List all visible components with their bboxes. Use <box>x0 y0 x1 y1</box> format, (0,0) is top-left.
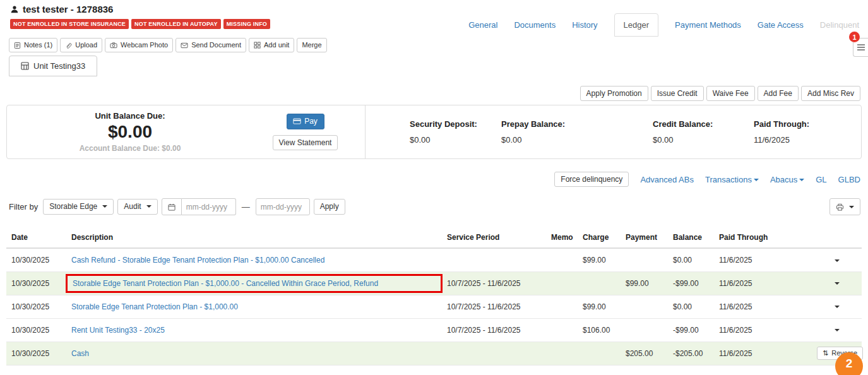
force-delinquency-button[interactable]: Force delinquency <box>554 172 629 187</box>
row-actions-dropdown[interactable] <box>829 276 845 290</box>
cell-service-period: 10/7/2025 - 11/6/2025 <box>442 271 546 295</box>
send-document-button-label: Send Document <box>191 41 241 49</box>
add-fee-button[interactable]: Add Fee <box>758 86 799 101</box>
annotation-marker-2: 2 <box>835 352 863 375</box>
row-actions-dropdown[interactable] <box>829 299 845 314</box>
cell-date: 10/30/2025 <box>6 318 66 342</box>
table-row: 10/30/2025 Storable Edge Tenant Protecti… <box>6 271 862 295</box>
tab-unit-testing33[interactable]: Unit Testing33 <box>9 56 97 76</box>
transaction-link[interactable]: Cash <box>71 349 89 358</box>
person-icon <box>10 5 19 14</box>
cell-memo <box>546 295 578 318</box>
cell-charge: $99.00 <box>578 295 621 318</box>
filter-row: Filter by Storable Edge Audit — Apply <box>9 198 860 215</box>
add-misc-rev-button[interactable]: Add Misc Rev <box>801 86 860 101</box>
unit-balance-label: Unit Balance Due: <box>7 111 253 121</box>
ledger-table: Date Description Service Period Memo Cha… <box>6 227 862 366</box>
tab-delinquent[interactable]: Delinquent <box>820 20 859 30</box>
tab-ledger[interactable]: Ledger <box>614 13 658 37</box>
abacus-dropdown[interactable]: Abacus <box>770 175 804 184</box>
transactions-dropdown[interactable]: Transactions <box>705 175 759 184</box>
cell-balance: -$205.00 <box>668 342 714 365</box>
transaction-link[interactable]: Storable Edge Tenant Protection Plan - $… <box>71 302 238 311</box>
upload-button-label: Upload <box>75 41 97 49</box>
date-from-input[interactable] <box>182 198 236 215</box>
add-unit-button[interactable]: Add unit <box>249 38 294 52</box>
security-deposit-stat: Security Deposit: $0.00 <box>410 119 501 145</box>
transaction-link[interactable]: Cash Refund - Storable Edge Tenant Prote… <box>71 256 324 265</box>
tab-gate-access[interactable]: Gate Access <box>758 20 804 30</box>
cell-payment: $205.00 <box>621 342 668 365</box>
chevron-down-icon <box>849 206 854 208</box>
view-statement-button[interactable]: View Statement <box>273 135 338 150</box>
row-actions-dropdown[interactable] <box>829 323 845 337</box>
date-range-separator: — <box>242 202 250 211</box>
issue-credit-button[interactable]: Issue Credit <box>651 86 704 101</box>
calendar-button[interactable] <box>162 198 182 215</box>
chevron-down-icon <box>102 205 107 208</box>
transaction-link[interactable]: Storable Edge Tenant Protection Plan - $… <box>73 279 378 288</box>
tab-payment-methods[interactable]: Payment Methods <box>675 20 741 30</box>
filter-type-dropdown[interactable]: Audit <box>117 199 157 214</box>
chevron-down-icon <box>146 205 152 208</box>
tab-documents[interactable]: Documents <box>514 20 556 30</box>
cell-service-period <box>442 248 546 271</box>
cell-paid-through: 11/6/2025 <box>714 342 812 365</box>
cell-date: 10/30/2025 <box>6 271 66 295</box>
cell-payment <box>621 295 668 318</box>
card-icon <box>293 118 301 124</box>
chevron-down-icon <box>835 282 840 285</box>
calendar-icon <box>168 203 175 211</box>
notes-button[interactable]: Notes (1) <box>9 38 57 52</box>
chevron-down-icon <box>835 259 840 262</box>
tab-history[interactable]: History <box>572 20 597 30</box>
notes-icon <box>14 42 21 49</box>
filter-source-value: Storable Edge <box>49 202 97 211</box>
annotation-highlight-box: Storable Edge Tenant Protection Plan - $… <box>66 274 443 293</box>
cell-service-period <box>442 342 546 365</box>
header-balance: Balance <box>668 227 714 248</box>
advanced-abs-link[interactable]: Advanced ABs <box>640 175 694 184</box>
cell-paid-through: 11/6/2025 <box>714 248 812 271</box>
cell-paid-through: 11/6/2025 <box>714 271 812 295</box>
header-paid-through: Paid Through <box>714 227 812 248</box>
filter-by-label: Filter by <box>9 202 38 211</box>
ledger-page: test tester - 1278836 NOT ENROLLED IN ST… <box>0 0 868 375</box>
waive-fee-button[interactable]: Waive Fee <box>706 86 755 101</box>
pay-button[interactable]: Pay <box>287 114 324 129</box>
header-charge: Charge <box>578 227 621 248</box>
filter-source-dropdown[interactable]: Storable Edge <box>43 199 114 214</box>
table-header-row: Date Description Service Period Memo Cha… <box>6 227 862 248</box>
header-payment: Payment <box>621 227 668 248</box>
cell-charge <box>578 342 621 365</box>
table-row: 10/30/2025 Rent Unit Testing33 - 20x25 1… <box>6 318 862 342</box>
cell-balance: $0.00 <box>668 248 714 271</box>
paid-through-label: Paid Through: <box>754 119 809 129</box>
annotation-marker-1: 1 <box>849 32 860 42</box>
merge-button[interactable]: Merge <box>297 38 326 52</box>
list-icon <box>857 44 865 51</box>
paperclip-icon <box>65 42 72 49</box>
apply-filter-button[interactable]: Apply <box>314 199 345 214</box>
chevron-down-icon <box>835 306 840 308</box>
webcam-photo-button[interactable]: Webcam Photo <box>105 38 173 52</box>
print-dropdown-button[interactable] <box>829 198 860 215</box>
upload-button[interactable]: Upload <box>60 38 102 52</box>
date-to-input[interactable] <box>256 198 310 215</box>
glbd-link[interactable]: GLBD <box>838 175 860 184</box>
cell-payment <box>621 248 668 271</box>
unit-icon <box>21 62 29 70</box>
gl-link[interactable]: GL <box>816 175 826 184</box>
unit-tab-label: Unit Testing33 <box>33 61 85 71</box>
badge-autopay: NOT ENROLLED IN AUTOPAY <box>131 19 221 29</box>
apply-promotion-button[interactable]: Apply Promotion <box>580 86 648 101</box>
unit-balance-block: Unit Balance Due: $0.00 Account Balance … <box>7 111 253 153</box>
row-actions-dropdown[interactable] <box>829 253 845 267</box>
send-document-button[interactable]: Send Document <box>175 38 246 52</box>
printer-icon <box>836 203 844 211</box>
cell-balance: -$99.00 <box>668 318 714 342</box>
transaction-link[interactable]: Rent Unit Testing33 - 20x25 <box>71 326 165 335</box>
credit-balance-stat: Credit Balance: $0.00 <box>653 119 754 145</box>
header-service-period: Service Period <box>442 227 546 248</box>
tab-general[interactable]: General <box>468 20 497 30</box>
